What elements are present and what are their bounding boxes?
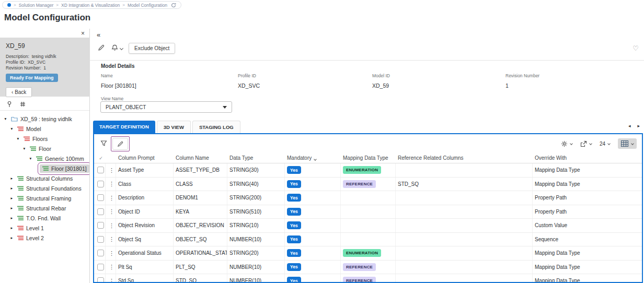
- tree-item[interactable]: ▸Structural Columns: [0, 173, 89, 183]
- tab-staging-log[interactable]: STAGING LOG: [192, 121, 240, 133]
- row-checkbox[interactable]: [97, 236, 104, 243]
- pin-icon[interactable]: [7, 101, 12, 108]
- view-name-select[interactable]: PLANT_OBJECT: [100, 101, 232, 113]
- cell-reference-related-columns: [396, 261, 533, 274]
- gear-icon: [561, 140, 568, 147]
- row-checkbox[interactable]: [97, 222, 104, 229]
- kebab-menu-icon[interactable]: ⋮: [109, 223, 114, 228]
- tab-target-definition[interactable]: TARGET DEFINITION: [93, 121, 155, 133]
- column-header-mandatory[interactable]: Mandatory: [285, 153, 341, 163]
- bell-icon[interactable]: [111, 44, 118, 51]
- chevron-right-icon[interactable]: ▸: [9, 206, 15, 210]
- close-icon[interactable]: ×: [81, 30, 85, 37]
- chevron-right-icon[interactable]: ▸: [9, 176, 15, 181]
- row-checkbox[interactable]: [97, 264, 104, 270]
- sidebar: × XD_59 Description: tesing vidhlk Profi…: [0, 29, 90, 283]
- row-checkbox[interactable]: [97, 167, 104, 173]
- tree-item[interactable]: ▾Generic 100mm: [0, 154, 89, 163]
- mandatory-badge: Yes: [287, 194, 301, 202]
- chevron-right-icon[interactable]: ▸: [9, 226, 15, 230]
- mandatory-badge: Yes: [287, 221, 301, 229]
- category-list-icon: [30, 146, 36, 151]
- cell-column-prompt: Object ID: [116, 205, 174, 219]
- cell-data-type: STRING(200): [227, 191, 285, 205]
- cell-reference-related-columns: [396, 205, 533, 219]
- tree-item[interactable]: ▸Structural Framing: [0, 193, 89, 203]
- cell-column-name: CLASS: [174, 178, 227, 191]
- tree-item[interactable]: ▸Structural Rebar: [0, 203, 89, 213]
- cell-column-name: KEYA: [174, 205, 227, 219]
- tree-item[interactable]: Floor [301801]: [0, 163, 89, 173]
- kebab-menu-icon[interactable]: ⋮: [109, 181, 114, 186]
- tab-scroll-right-icon[interactable]: ▸: [637, 123, 640, 128]
- chevron-down-icon[interactable]: ▾: [15, 136, 21, 141]
- edit-rows-button[interactable]: [112, 138, 128, 150]
- kebab-menu-icon[interactable]: ⋮: [109, 168, 114, 173]
- kebab-menu-icon[interactable]: ⋮: [109, 209, 114, 214]
- kebab-menu-icon[interactable]: ⋮: [109, 237, 114, 242]
- chevron-down-icon[interactable]: [120, 47, 123, 50]
- chevron-right-icon[interactable]: ▸: [9, 216, 15, 220]
- breadcrumb-item-xd-integration[interactable]: XD Integration & Visualization: [61, 3, 120, 8]
- chevron-down-icon[interactable]: ▾: [9, 126, 15, 131]
- tree-item[interactable]: ▾Floor: [0, 144, 89, 154]
- heart-icon[interactable]: ♡: [632, 44, 639, 52]
- settings-menu[interactable]: [561, 140, 572, 147]
- kebab-menu-icon[interactable]: ⋮: [109, 278, 114, 283]
- tree-item[interactable]: ▾Model: [0, 124, 89, 134]
- chevron-right-icon[interactable]: ▸: [9, 235, 15, 240]
- chevron-down-icon[interactable]: ▾: [21, 146, 27, 151]
- breadcrumb-item-solution-manager[interactable]: Solution Manager: [19, 3, 54, 8]
- tree-item[interactable]: ▾XD_59 : tesing vidhlk: [0, 114, 89, 124]
- page-size-selector[interactable]: 24: [600, 141, 610, 147]
- tree-item[interactable]: ▸Level 2: [0, 233, 89, 243]
- pencil-icon[interactable]: [98, 44, 105, 51]
- chevron-down-icon[interactable]: ▾: [28, 156, 33, 161]
- collapse-panel-icon[interactable]: «: [97, 31, 100, 39]
- row-checkbox[interactable]: [97, 277, 104, 283]
- back-button[interactable]: ‹ Back: [6, 87, 32, 97]
- breadcrumb-item-model-configuration[interactable]: Model Configuration: [128, 3, 167, 8]
- row-checkbox[interactable]: [97, 194, 104, 201]
- tree-item[interactable]: ▸T.O. Fnd. Wall: [0, 213, 89, 223]
- cell-data-type: NUMBER(10): [227, 261, 285, 274]
- column-header-reference-related-columns[interactable]: Reference Related Columns: [396, 153, 533, 163]
- row-checkbox[interactable]: [97, 250, 104, 256]
- tree-item-label: T.O. Fnd. Wall: [26, 215, 61, 221]
- column-header-mapping-data-type[interactable]: Mapping Data Type: [341, 153, 396, 163]
- chevron-down-icon: [570, 142, 573, 145]
- kebab-menu-icon[interactable]: ⋮: [109, 264, 114, 269]
- tab-3d-view[interactable]: 3D VIEW: [157, 121, 191, 133]
- exclude-object-button[interactable]: Exclude Object: [129, 43, 175, 54]
- column-header-column-prompt[interactable]: Column Prompt: [116, 153, 174, 163]
- row-checkbox[interactable]: [97, 208, 104, 215]
- column-header-column-name[interactable]: Column Name: [174, 153, 227, 163]
- grid-hash-icon[interactable]: [20, 101, 26, 107]
- kebab-menu-icon[interactable]: ⋮: [109, 195, 114, 201]
- kebab-menu-icon[interactable]: ⋮: [109, 251, 114, 256]
- cell-override-with: Sequence: [533, 233, 642, 246]
- export-menu[interactable]: [580, 140, 592, 147]
- tab-scroll-left-icon[interactable]: ◂: [628, 123, 631, 128]
- filter-icon[interactable]: [100, 140, 107, 147]
- tree-item[interactable]: ▸Structural Foundations: [0, 183, 89, 193]
- tree-item[interactable]: ▾Floors: [0, 134, 89, 144]
- row-checkbox[interactable]: [97, 181, 104, 187]
- view-mode-selector[interactable]: [618, 138, 637, 149]
- tree-item[interactable]: ▸Level 1: [0, 223, 89, 233]
- model-details-title: Model Details: [101, 63, 134, 69]
- revision-value: 1: [43, 65, 46, 70]
- mandatory-badge: Yes: [287, 235, 301, 243]
- cell-column-name: STD_SQ: [174, 274, 227, 283]
- cell-column-prompt: Plt Sq: [116, 261, 174, 274]
- chevron-right-icon[interactable]: ▸: [9, 196, 15, 201]
- chevron-right-icon[interactable]: ▸: [9, 186, 15, 191]
- page-title: Model Configuration: [4, 13, 90, 23]
- cell-column-name: OBJECT_REVISION: [174, 219, 227, 232]
- chevron-down-icon[interactable]: ▾: [3, 116, 8, 121]
- field-label: Name: [101, 73, 136, 78]
- column-header-data-type[interactable]: Data Type: [227, 153, 285, 163]
- column-header-override-with[interactable]: Override With: [533, 153, 642, 163]
- select-all-check-icon[interactable]: ✓: [99, 156, 103, 161]
- refresh-icon[interactable]: [171, 3, 176, 8]
